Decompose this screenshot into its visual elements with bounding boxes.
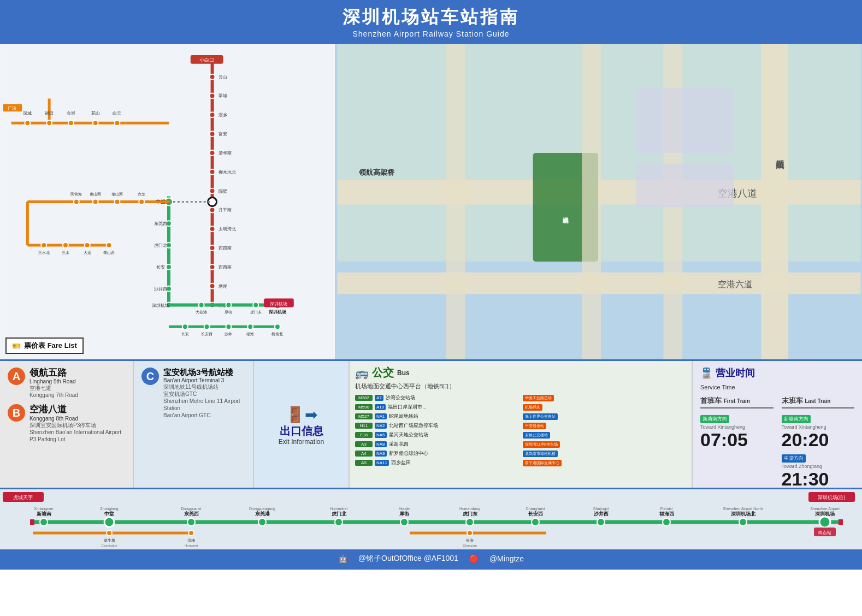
svg-text:西西南: 西西南 [219,265,232,270]
bus-route-8: A5 NA11 西乡盐田 [355,459,518,467]
last-train-dir2-zh: 中堂方向 [784,455,804,461]
service-title-en: Service Time [700,384,854,390]
exit-a-detail1-zh: 空港七道 [29,384,78,392]
svg-text:三水北: 三水北 [38,251,50,254]
bus-route-4: N11 NA2 北站西广场应急停车场 [355,422,518,430]
footer-credits: 🤖 @铭子OutOfOffice @AF1001 🔴 @Mingtze [0,548,862,570]
first-train-dir1-zh: 新塘南方向 [702,416,727,422]
svg-text:长安: 长安 [181,332,189,336]
bus-stop-NA5: NA5 [375,432,387,438]
svg-text:深圳机场北: 深圳机场北 [731,511,756,517]
bus-dest-text-5: 安娱公交楼站 [523,432,550,439]
svg-point-27 [210,264,215,270]
svg-point-130 [104,517,114,527]
bus-stop-NA2: NA2 [375,423,387,429]
svg-text:Humendong: Humendong [459,507,480,511]
svg-text:Humenbei: Humenbei [330,507,347,511]
svg-rect-173 [839,519,843,525]
exit-c-detail1-en: Shenzhen Metro Line 11 Airport Station [163,398,245,412]
svg-text:云山: 云山 [219,75,228,80]
svg-text:大迳: 大迳 [84,251,91,254]
bus-route-dest-4: 平安居场站 [523,422,686,430]
svg-text:长安西: 长安西 [201,332,212,336]
svg-text:机场北: 机场北 [271,332,283,336]
svg-text:中堂: 中堂 [104,511,115,517]
svg-text:洪梅: 洪梅 [187,538,195,543]
last-train-zh: 末班车 [782,396,803,405]
info-section: A 领航五路 Linghang 5th Road 空港七道 Konggang 7… [0,359,862,488]
fare-list-badge[interactable]: 🎫 票价表 Fare List [5,337,84,354]
bus-title: 🚌 公交 Bus [355,365,686,380]
svg-text:Shajingxi: Shajingxi [593,507,609,511]
last-train-col: 末班车 Last Train 新塘南方向 Toward Xintangheng … [782,396,855,490]
svg-point-62 [139,199,144,205]
svg-text:会展: 会展 [67,111,75,116]
bus-route-5: E16 NA5 星河天地公交站场 [355,431,518,439]
bus-routes-grid: M382 A7 沙湾公交站场 华美工业路总站 M590 A10 福田口岸深圳市.… [355,394,686,467]
svg-point-4 [25,120,30,126]
svg-text:翠城: 翠城 [219,93,228,98]
svg-point-145 [335,518,343,526]
bus-badge-A5: A5 [355,460,373,466]
svg-point-47 [166,264,172,270]
exit-c-detail2-zh: 宝安机场GTC [163,390,245,398]
exit-b-item: B 空港八道 Konggang 8th Road 深圳宝安国际机场P3停车场 S… [8,404,125,442]
svg-text:领航高架桥: 领航高架桥 [358,168,395,176]
bus-dest-text-1: 华美工业路总站 [523,395,554,401]
exit-info-title-en: Exit Information [279,438,324,446]
svg-point-73 [107,242,112,248]
bus-subtitle-zh: 机场地面交通中心西平台（地铁B口） [355,382,686,390]
bottom-metro-line: 虎城天宇 深圳机场(总) 新塘南 Xintangnan 中堂 Zhongtang… [0,488,862,548]
service-title-zh: 营业时间 [716,366,755,380]
svg-point-59 [74,199,79,205]
service-title: 🚆 营业时间 [700,366,854,380]
last-train-dir1: 新塘南方向 Toward Xintangheng 20:20 [782,413,855,450]
bus-badge-E16: E16 [355,432,373,438]
svg-text:三水: 三水 [62,251,69,254]
svg-point-17 [210,74,215,80]
bus-route-6: A3 NA8 采超花园 [355,440,518,448]
exit-ab-section: A 领航五路 Linghang 5th Road 空港七道 Konggang 7… [0,361,134,488]
svg-text:Dongguangang: Dongguangang [249,507,275,511]
last-train-time1: 20:20 [782,430,855,450]
exit-c-section: C 宝安机场3号航站楼 Bao'an Airport Terminal 3 深圳… [134,361,254,488]
svg-point-70 [41,242,46,248]
bus-route-dest-1: 华美工业路总站 [523,394,686,402]
svg-text:柳木坑北: 柳木坑北 [219,170,237,175]
svg-text:Shenzhen Airport: Shenzhen Airport [810,507,840,511]
last-train-dir1-zh: 新塘南方向 [784,416,808,422]
svg-text:滘乡: 滘乡 [219,112,228,117]
bus-route-dest-8: 前子港国际金属中心 [523,459,686,467]
last-train-en: Last Train [805,398,830,404]
exit-b-name-zh: 空港八道 [29,404,125,415]
svg-text:厚街: 厚街 [399,511,410,517]
svg-point-18 [210,93,215,99]
svg-point-26 [210,245,215,251]
svg-text:Zhongtang: Zhongtang [100,507,119,511]
svg-point-23 [210,188,215,194]
bus-stop-NA8: NA8 [375,441,387,447]
svg-text:沙井: 沙井 [225,332,232,336]
credits-icon-2: 🔴 [469,554,479,563]
svg-text:塘尾: 塘尾 [219,284,228,289]
svg-point-139 [188,530,194,536]
svg-text:花山: 花山 [91,111,100,116]
first-train-zh: 首班车 [700,396,722,405]
svg-text:Houjie: Houjie [399,507,410,511]
svg-text:Fuhaixi: Fuhaixi [660,507,673,511]
bus-title-zh: 公交 [372,365,394,380]
bus-dest-text-6: 深圳湾口岸n停车场 [523,441,560,448]
bus-dest-text-3: 海上世界公交换站 [523,413,558,420]
bus-section: 🚌 公交 Bus 机场地面交通中心西平台（地铁B口） M382 A7 沙湾公交站… [350,361,693,488]
svg-text:东莞西: 东莞西 [154,221,167,226]
svg-text:广深: 广深 [8,106,16,111]
bus-route-3: M527 NA1 蛇尾岭地铁站 [355,412,518,420]
svg-point-80 [199,303,204,308]
bus-route-dest-5: 安娱公交楼站 [523,431,686,439]
svg-text:Hongmei: Hongmei [185,544,198,547]
bus-badge-M527: M527 [355,413,373,419]
bus-dest-text-7: 龙岗港市核检机楼 [523,451,558,457]
svg-point-91 [226,324,231,329]
bus-stop-NA1: NA1 [375,413,387,419]
bus-stop-NA11: NA11 [375,460,389,466]
